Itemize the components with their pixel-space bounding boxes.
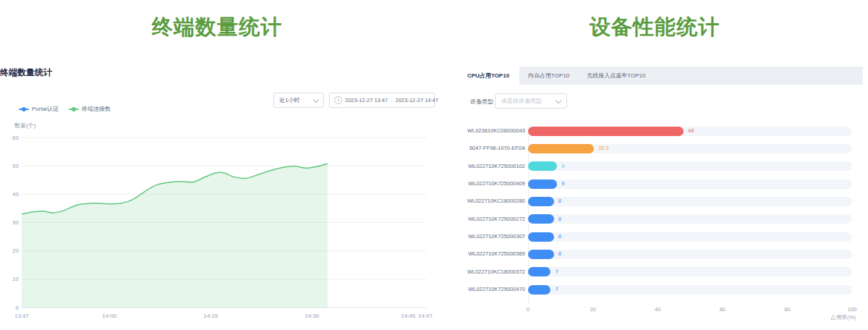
x-axis-tick-label: 60 [712, 306, 733, 313]
x-tick-label: 13:47 [14, 313, 30, 319]
bar-category-label: WL022710K725000307 [457, 233, 525, 240]
line-chart-svg: 010203040506013:4714:0014:1514:3014:4514… [0, 119, 441, 330]
performance-tab-bar: CPU占用TOP10内存占用TOP10无线接入点速率TOP10 [457, 67, 863, 85]
bar-track [528, 179, 852, 189]
bar-value: 9 [561, 163, 564, 170]
bar-fill [528, 197, 554, 206]
bar-category-label: WL022710K725000409 [457, 180, 525, 187]
y-axis-line [528, 126, 529, 302]
bar-value: 8 [558, 216, 561, 223]
legend-item-terminal-connections[interactable]: 终端连接数 [69, 105, 111, 113]
bar-track [528, 250, 852, 259]
legend-marker-icon [19, 109, 29, 110]
bar-fill [528, 144, 594, 153]
legend-marker-icon [69, 109, 79, 110]
bar-category-label: 6047-FF96-1070-EF0A [457, 145, 525, 152]
line-chart-legend: Portal认证 终端连接数 [19, 105, 111, 113]
bar-fill [528, 127, 684, 136]
y-tick-label: 20 [12, 248, 19, 254]
tab-1[interactable]: 内存占用TOP10 [519, 67, 578, 85]
x-axis-tick-label: 100 [841, 306, 863, 313]
dashboard-page: 终端数量统计 设备性能统计 终端数量统计 近1小时 2023-12-27 13:… [0, 0, 868, 330]
bar-category-label: WL022710K725000272 [457, 216, 525, 223]
date-separator: - [391, 97, 393, 103]
bar-fill [528, 285, 550, 295]
bar-value: 9 [561, 180, 564, 187]
x-tick-label: 14:30 [305, 313, 320, 319]
y-tick-label: 0 [16, 305, 20, 311]
device-type-label: 设备类型 [470, 98, 493, 106]
x-tick-label: 14:00 [102, 313, 117, 319]
time-range-value: 近1小时 [279, 96, 299, 104]
y-tick-label: 60 [12, 135, 19, 141]
y-tick-label: 40 [12, 191, 19, 198]
y-tick-label: 10 [12, 276, 19, 282]
bar-track [528, 285, 852, 295]
y-tick-label: 50 [12, 163, 19, 169]
bar-value: 8 [558, 250, 561, 258]
x-tick-label: 14:45 [401, 313, 416, 319]
bar-fill [528, 267, 550, 276]
right-section-heading: 设备性能统计 [443, 13, 867, 42]
bar-category-label: WL022710K725000102 [457, 163, 525, 170]
tab-0[interactable]: CPU占用TOP10 [457, 67, 519, 85]
date-range-picker[interactable]: 2023-12-27 13:47 - 2023-12-27 14:47 [329, 93, 435, 108]
legend-label: 终端连接数 [82, 105, 111, 113]
chevron-down-icon [313, 96, 319, 102]
time-range-select[interactable]: 近1小时 [273, 93, 324, 108]
terminal-count-line-chart[interactable]: 010203040506013:4714:0014:1514:3014:4514… [0, 119, 441, 330]
bar-track [528, 161, 852, 171]
left-section-heading: 终端数量统计 [0, 13, 434, 42]
bar-track [528, 267, 852, 276]
bar-fill [528, 214, 554, 224]
area-fill [22, 164, 328, 308]
clock-icon [334, 96, 342, 104]
x-tick-label: 14:15 [203, 313, 218, 319]
date-start: 2023-12-27 13:47 [345, 97, 388, 103]
bar-value: 7 [555, 286, 558, 293]
bar-category-label: WL022710K725000470 [457, 286, 525, 293]
bar-value: 7 [555, 268, 558, 276]
date-end: 2023-12-27 14:47 [396, 97, 438, 103]
bar-category-label: WL023610KC06000043 [457, 127, 525, 135]
x-axis-tick-label: 20 [582, 306, 604, 313]
bar-category-label: WL022710KC18000372 [457, 268, 525, 276]
x-tick-label: 14:47 [418, 313, 433, 319]
bar-value: 8 [558, 233, 561, 240]
bar-track [528, 232, 852, 242]
terminal-count-panel-title: 终端数量统计 [0, 67, 52, 79]
bar-track [528, 197, 852, 206]
y-tick-label: 30 [12, 219, 19, 226]
x-axis-tick-label: 0 [517, 306, 539, 313]
device-type-placeholder: 请选择设备类型 [501, 97, 542, 105]
cpu-top10-bar-chart[interactable]: WL023610KC06000043486047-FF96-1070-EF0A2… [457, 117, 863, 330]
bar-fill [528, 232, 554, 242]
bar-value: 48 [688, 127, 694, 135]
bar-value: 20.3 [598, 145, 609, 152]
x-axis-tick-label: 80 [776, 306, 798, 313]
bar-fill [528, 161, 557, 171]
bar-value: 8 [558, 198, 561, 205]
legend-item-portal[interactable]: Portal认证 [19, 105, 59, 113]
bar-fill [528, 250, 554, 259]
bar-category-label: WL022710K725000369 [457, 250, 525, 258]
bar-category-label: WL022710KC18000280 [457, 198, 525, 205]
legend-label: Portal认证 [32, 105, 59, 113]
device-type-select[interactable]: 请选择设备类型 [495, 93, 567, 109]
x-axis-name: 占用率(%) [528, 314, 856, 321]
tab-2[interactable]: 无线接入点速率TOP10 [578, 67, 654, 85]
x-axis-tick-label: 40 [647, 306, 668, 313]
bar-fill [528, 179, 557, 189]
chevron-down-icon [556, 97, 561, 103]
bar-track [528, 214, 852, 224]
